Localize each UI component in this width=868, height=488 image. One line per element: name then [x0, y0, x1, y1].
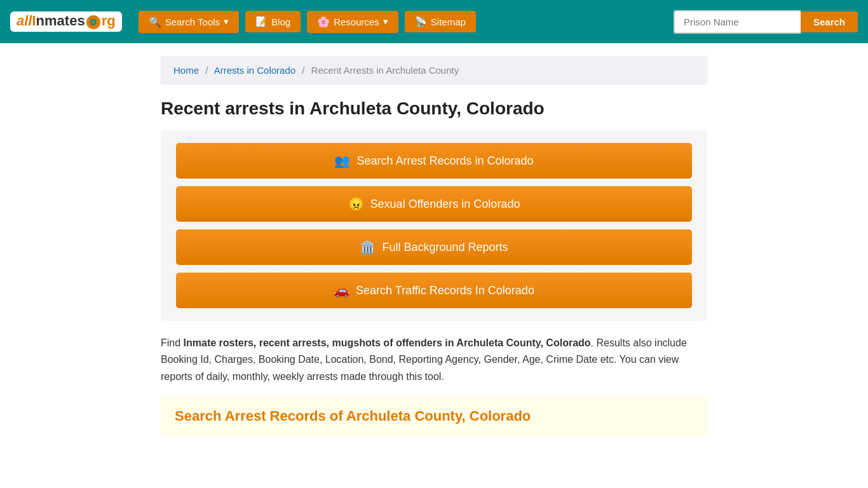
section-heading-box: Search Arrest Records of Archuleta Count…: [161, 396, 707, 436]
logo[interactable]: allInmates⚙rg: [10, 11, 122, 32]
action-card: 👥 Search Arrest Records in Colorado 😠 Se…: [161, 130, 707, 321]
traffic-records-label: Search Traffic Records In Colorado: [356, 284, 534, 297]
page-title: Recent arrests in Archuleta County, Colo…: [161, 98, 707, 119]
search-tools-icon: 🔍: [149, 16, 161, 28]
breadcrumb-sep-1: /: [205, 65, 208, 76]
breadcrumb-sep-2: /: [302, 65, 304, 76]
search-arrest-records-button[interactable]: 👥 Search Arrest Records in Colorado: [176, 143, 692, 179]
resources-label: Resources: [334, 17, 379, 27]
resources-dropdown-icon: ▾: [383, 16, 388, 27]
prison-name-input[interactable]: [674, 10, 801, 34]
nav-search-label: Search: [813, 17, 845, 27]
search-tools-button[interactable]: 🔍 Search Tools ▾: [139, 11, 239, 33]
breadcrumb-current: Recent Arrests in Archuleta County: [311, 65, 459, 76]
sitemap-button[interactable]: 📡 Sitemap: [405, 11, 476, 32]
sexual-offenders-label: Sexual Offenders in Colorado: [370, 198, 520, 211]
desc-prefix: Find: [161, 337, 184, 348]
resources-icon: 🌸: [317, 16, 330, 28]
background-reports-label: Full Background Reports: [382, 241, 508, 254]
breadcrumb-arrests-colorado[interactable]: Arrests in Colorado: [214, 65, 295, 76]
background-reports-icon: 🏛️: [360, 240, 376, 255]
navbar: allInmates⚙rg 🔍 Search Tools ▾ 📝 Blog 🌸 …: [0, 0, 868, 43]
description-text: Find Inmate rosters, recent arrests, mug…: [161, 335, 707, 385]
blog-label: Blog: [271, 17, 290, 27]
breadcrumb: Home / Arrests in Colorado / Recent Arre…: [161, 56, 707, 85]
background-reports-button[interactable]: 🏛️ Full Background Reports: [176, 229, 692, 265]
breadcrumb-home[interactable]: Home: [173, 65, 199, 76]
arrest-records-icon: 👥: [334, 153, 350, 168]
search-tools-label: Search Tools: [165, 17, 220, 27]
desc-bold: Inmate rosters, recent arrests, mugshots…: [184, 337, 591, 348]
blog-button[interactable]: 📝 Blog: [245, 11, 301, 32]
nav-search-button[interactable]: Search: [801, 11, 858, 32]
main-content: Home / Arrests in Colorado / Recent Arre…: [148, 43, 720, 461]
sexual-offenders-button[interactable]: 😠 Sexual Offenders in Colorado: [176, 186, 692, 222]
sexual-offenders-icon: 😠: [348, 196, 364, 212]
blog-icon: 📝: [255, 16, 268, 27]
sitemap-label: Sitemap: [431, 17, 466, 27]
traffic-records-button[interactable]: 🚗 Search Traffic Records In Colorado: [176, 273, 692, 308]
section-heading-title: Search Arrest Records of Archuleta Count…: [175, 408, 693, 424]
arrest-records-label: Search Arrest Records in Colorado: [356, 154, 533, 168]
traffic-records-icon: 🚗: [334, 283, 349, 298]
nav-search-box: Search: [674, 10, 858, 34]
resources-button[interactable]: 🌸 Resources ▾: [307, 11, 398, 33]
search-tools-dropdown-icon: ▾: [224, 16, 229, 27]
sitemap-icon: 📡: [415, 16, 427, 27]
